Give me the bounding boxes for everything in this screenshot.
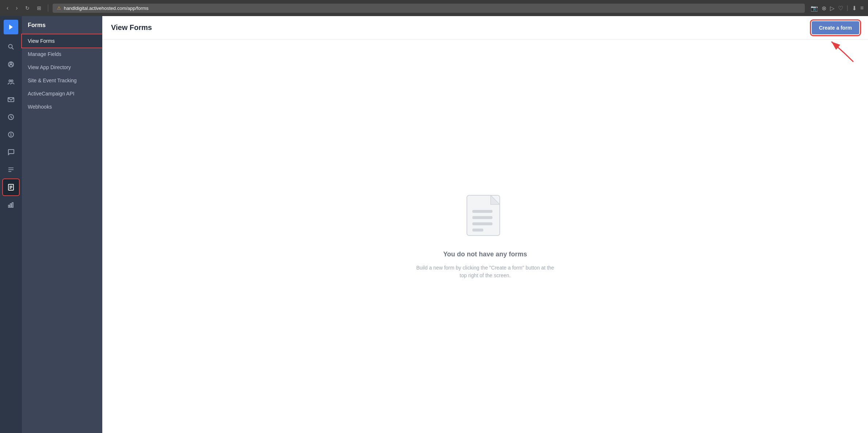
- svg-rect-25: [472, 222, 492, 225]
- empty-state: You do not have any forms Build a new fo…: [102, 39, 868, 433]
- create-form-button[interactable]: Create a form: [812, 21, 859, 34]
- heart-icon[interactable]: ♡: [838, 5, 843, 12]
- reload-button[interactable]: ↻: [23, 4, 32, 12]
- svg-rect-20: [12, 203, 13, 207]
- address-bar[interactable]: ⚠ handldigital.activehosted.com/app/form…: [53, 4, 805, 13]
- svg-rect-26: [472, 229, 483, 231]
- main-content: View Forms Create a form: [102, 16, 868, 433]
- empty-state-title: You do not have any forms: [443, 251, 527, 258]
- sidebar-item-webhooks[interactable]: Webhooks: [22, 100, 102, 113]
- empty-state-description: Build a new form by clicking the "Create…: [416, 264, 555, 279]
- sidebar-item-automations[interactable]: [3, 109, 19, 125]
- url-text: handldigital.activehosted.com/app/forms: [64, 5, 149, 11]
- main-header: View Forms Create a form: [102, 16, 868, 39]
- grid-button[interactable]: ⊞: [35, 4, 43, 12]
- svg-point-6: [11, 80, 13, 82]
- sidebar-item-site-event-tracking[interactable]: Site & Event Tracking: [22, 74, 102, 87]
- sidebar-item-lists[interactable]: [3, 162, 19, 178]
- sidebar: Forms View Forms Manage Fields View App …: [22, 16, 102, 433]
- warning-icon: ⚠: [57, 5, 61, 11]
- sidebar-item-view-forms[interactable]: View Forms: [22, 34, 102, 48]
- cast-icon[interactable]: ▷: [830, 5, 834, 12]
- svg-point-4: [10, 63, 12, 65]
- svg-line-2: [12, 48, 14, 50]
- sidebar-item-deals[interactable]: $: [3, 127, 19, 143]
- sidebar-item-reports[interactable]: [3, 197, 19, 213]
- icon-bar: $: [0, 16, 22, 433]
- sidebar-item-manage-fields[interactable]: Manage Fields: [22, 48, 102, 61]
- svg-point-5: [9, 80, 11, 82]
- svg-rect-19: [10, 204, 11, 207]
- page-title: View Forms: [111, 23, 152, 32]
- sidebar-item-people[interactable]: [3, 74, 19, 90]
- app-container: $: [0, 16, 868, 433]
- svg-text:$: $: [10, 133, 12, 137]
- divider: [48, 4, 48, 12]
- browser-chrome: ‹ › ↻ ⊞ ⚠ handldigital.activehosted.com/…: [0, 0, 868, 16]
- svg-rect-23: [472, 210, 492, 213]
- vertical-divider: |: [847, 5, 848, 11]
- back-button[interactable]: ‹: [4, 3, 11, 13]
- sidebar-item-contacts[interactable]: [3, 56, 19, 72]
- sidebar-title: Forms: [22, 22, 102, 34]
- sidebar-item-search[interactable]: [3, 39, 19, 55]
- sidebar-item-activecampaign-api[interactable]: ActiveCampaign API: [22, 87, 102, 100]
- svg-rect-18: [8, 205, 9, 207]
- browser-toolbar-icons: 📷 ⊗ ▷ ♡ | ⬇ ≡: [811, 5, 864, 12]
- block-icon[interactable]: ⊗: [822, 5, 826, 12]
- svg-point-1: [9, 45, 12, 48]
- svg-rect-24: [472, 216, 492, 219]
- sidebar-item-view-app-directory[interactable]: View App Directory: [22, 61, 102, 74]
- sidebar-item-forms[interactable]: [3, 179, 19, 195]
- logo-button[interactable]: [4, 20, 18, 34]
- download-icon[interactable]: ⬇: [852, 5, 857, 12]
- svg-marker-0: [9, 25, 13, 30]
- sidebar-item-mail[interactable]: [3, 91, 19, 108]
- menu-icon[interactable]: ≡: [860, 5, 864, 11]
- forward-button[interactable]: ›: [14, 3, 20, 13]
- camera-icon[interactable]: 📷: [811, 5, 818, 12]
- empty-state-icon: [463, 193, 507, 245]
- sidebar-item-conversations[interactable]: [3, 144, 19, 160]
